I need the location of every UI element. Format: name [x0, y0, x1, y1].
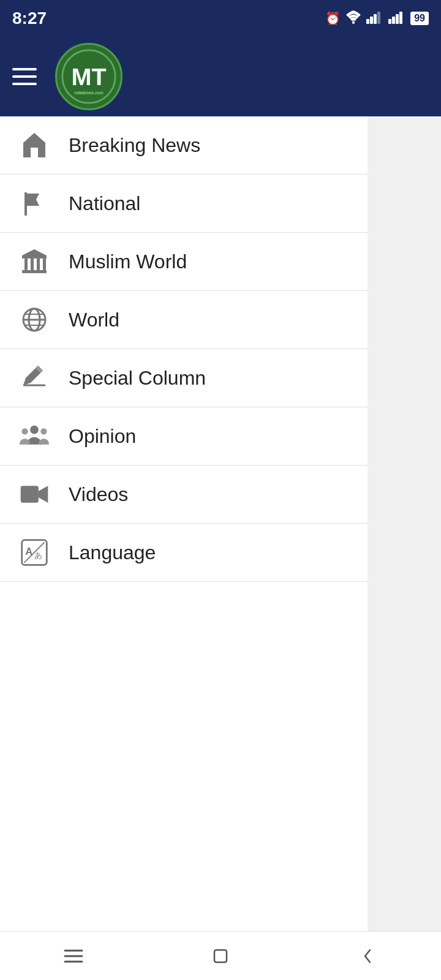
- status-bar: 8:27 ⏰: [0, 0, 441, 37]
- hamburger-menu-button[interactable]: [12, 68, 37, 85]
- svg-rect-8: [399, 12, 402, 24]
- signal-icon-2: [388, 10, 405, 27]
- nav-item-muslim-world[interactable]: Muslim World: [0, 233, 368, 291]
- svg-marker-33: [22, 249, 47, 255]
- status-time: 8:27: [12, 9, 47, 28]
- status-icons: ⏰: [325, 10, 429, 27]
- nav-item-special-column[interactable]: Special Column: [0, 349, 368, 407]
- hamburger-line: [12, 83, 37, 85]
- nav-muslim-world-label: Muslim World: [69, 251, 187, 273]
- nav-item-language[interactable]: A あ Language: [0, 524, 368, 582]
- svg-rect-43: [21, 486, 39, 502]
- svg-point-0: [352, 21, 355, 23]
- svg-point-42: [40, 428, 47, 434]
- svg-text:millatimes.com: millatimes.com: [74, 90, 104, 96]
- wifi-icon: [345, 10, 361, 27]
- nav-world-label: World: [69, 309, 119, 331]
- bank-icon: [18, 246, 50, 277]
- svg-point-41: [21, 428, 28, 434]
- nav-language-label: Language: [69, 541, 156, 564]
- signal-icon: [366, 10, 383, 27]
- svg-rect-29: [24, 258, 28, 270]
- nav-opinion-label: Opinion: [69, 425, 136, 448]
- svg-rect-32: [43, 258, 46, 270]
- svg-rect-5: [388, 19, 391, 24]
- svg-rect-7: [396, 14, 399, 24]
- android-home-button[interactable]: [202, 938, 239, 974]
- battery-icon: 99: [410, 12, 429, 25]
- main-area: ONAL 3ent: [0, 116, 441, 937]
- svg-rect-2: [370, 17, 373, 24]
- logo-svg: MT millatimes.com: [61, 49, 116, 104]
- svg-rect-1: [366, 19, 369, 24]
- group-icon: [18, 420, 50, 452]
- nav-videos-label: Videos: [69, 483, 128, 506]
- hamburger-line: [12, 68, 37, 70]
- svg-text:MT: MT: [71, 63, 106, 90]
- nav-national-label: National: [69, 192, 140, 215]
- translate-icon: A あ: [18, 537, 50, 568]
- nav-item-national[interactable]: National: [0, 175, 368, 233]
- pencil-icon: [18, 362, 50, 394]
- svg-rect-6: [392, 17, 395, 24]
- svg-rect-27: [22, 270, 47, 273]
- svg-point-40: [30, 426, 39, 434]
- svg-rect-30: [31, 258, 34, 270]
- home-icon: [18, 129, 50, 161]
- nav-drawer: Breaking News National: [0, 116, 368, 937]
- app-logo: MT millatimes.com: [55, 43, 123, 110]
- svg-rect-26: [24, 192, 27, 216]
- nav-item-opinion[interactable]: Opinion: [0, 407, 368, 466]
- svg-marker-44: [39, 486, 48, 502]
- nav-special-column-label: Special Column: [69, 367, 206, 390]
- android-back-button[interactable]: [349, 938, 386, 974]
- nav-item-breaking-news[interactable]: Breaking News: [0, 116, 368, 175]
- nav-item-world[interactable]: World: [0, 291, 368, 349]
- nav-breaking-news-label: Breaking News: [69, 134, 200, 157]
- svg-rect-28: [22, 255, 47, 258]
- svg-rect-4: [377, 12, 380, 24]
- svg-rect-31: [37, 258, 40, 270]
- svg-rect-52: [214, 950, 227, 962]
- android-menu-button[interactable]: [55, 938, 92, 974]
- svg-rect-3: [374, 14, 377, 24]
- header: MT millatimes.com: [0, 37, 441, 116]
- alarm-icon: ⏰: [325, 11, 341, 26]
- hamburger-line: [12, 75, 37, 78]
- svg-text:あ: あ: [34, 551, 42, 560]
- globe-icon: [18, 304, 50, 336]
- flag-icon: [18, 187, 50, 219]
- nav-item-videos[interactable]: Videos: [0, 466, 368, 524]
- android-navbar: [0, 931, 441, 980]
- video-icon: [18, 478, 50, 510]
